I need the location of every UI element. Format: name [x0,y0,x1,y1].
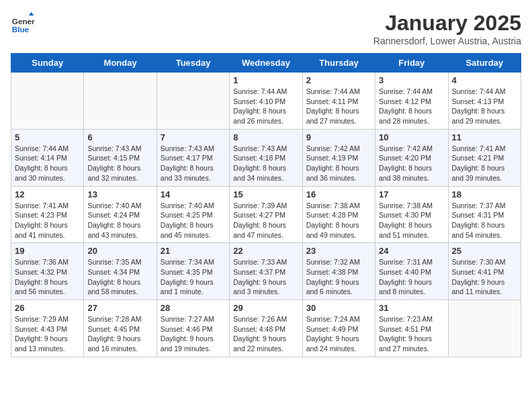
day-number: 7 [161,132,226,142]
day-info: Sunrise: 7:41 AM Sunset: 4:21 PM Dayligh… [452,144,517,183]
weekday-header-row: SundayMondayTuesdayWednesdayThursdayFrid… [11,54,521,73]
calendar-cell: 5Sunrise: 7:44 AM Sunset: 4:14 PM Daylig… [11,129,84,186]
day-number: 15 [233,189,298,199]
calendar-week-row: 1Sunrise: 7:44 AM Sunset: 4:10 PM Daylig… [11,73,521,130]
day-info: Sunrise: 7:36 AM Sunset: 4:32 PM Dayligh… [15,257,80,297]
calendar-cell: 8Sunrise: 7:43 AM Sunset: 4:18 PM Daylig… [230,129,302,186]
day-info: Sunrise: 7:43 AM Sunset: 4:18 PM Dayligh… [233,144,298,183]
day-info: Sunrise: 7:27 AM Sunset: 4:46 PM Dayligh… [161,314,226,354]
day-info: Sunrise: 7:40 AM Sunset: 4:25 PM Dayligh… [161,201,226,240]
weekday-header: Monday [84,54,157,73]
weekday-header: Saturday [448,54,521,73]
calendar-cell: 26Sunrise: 7:29 AM Sunset: 4:43 PM Dayli… [11,300,84,357]
day-info: Sunrise: 7:39 AM Sunset: 4:27 PM Dayligh… [233,201,298,240]
day-info: Sunrise: 7:37 AM Sunset: 4:31 PM Dayligh… [452,201,517,240]
calendar-cell: 20Sunrise: 7:35 AM Sunset: 4:34 PM Dayli… [84,243,157,300]
day-number: 14 [161,189,226,199]
calendar-cell: 2Sunrise: 7:44 AM Sunset: 4:11 PM Daylig… [302,73,375,130]
month-title: January 2025 [373,11,521,36]
calendar-cell: 18Sunrise: 7:37 AM Sunset: 4:31 PM Dayli… [448,186,521,243]
day-number: 26 [15,303,80,313]
calendar-cell: 6Sunrise: 7:43 AM Sunset: 4:15 PM Daylig… [84,129,157,186]
weekday-header: Friday [375,54,448,73]
day-info: Sunrise: 7:28 AM Sunset: 4:45 PM Dayligh… [87,314,152,354]
day-info: Sunrise: 7:42 AM Sunset: 4:20 PM Dayligh… [379,144,444,183]
day-info: Sunrise: 7:44 AM Sunset: 4:10 PM Dayligh… [233,87,298,126]
day-number: 17 [379,189,444,199]
logo-icon: General Blue [11,11,35,35]
day-number: 11 [452,132,517,142]
day-info: Sunrise: 7:44 AM Sunset: 4:13 PM Dayligh… [452,87,517,126]
day-number: 27 [87,303,152,313]
svg-marker-2 [29,12,34,15]
day-info: Sunrise: 7:32 AM Sunset: 4:38 PM Dayligh… [306,257,371,297]
day-info: Sunrise: 7:29 AM Sunset: 4:43 PM Dayligh… [15,314,80,354]
calendar-cell: 9Sunrise: 7:42 AM Sunset: 4:19 PM Daylig… [302,129,375,186]
calendar-cell: 4Sunrise: 7:44 AM Sunset: 4:13 PM Daylig… [448,73,521,130]
header: General Blue January 2025 Rannersdorf, L… [11,11,521,46]
calendar-cell: 11Sunrise: 7:41 AM Sunset: 4:21 PM Dayli… [448,129,521,186]
calendar-cell: 31Sunrise: 7:23 AM Sunset: 4:51 PM Dayli… [375,300,448,357]
logo: General Blue [11,11,35,35]
day-number: 4 [452,75,517,85]
day-info: Sunrise: 7:38 AM Sunset: 4:30 PM Dayligh… [379,201,444,240]
calendar-cell: 17Sunrise: 7:38 AM Sunset: 4:30 PM Dayli… [375,186,448,243]
location-subtitle: Rannersdorf, Lower Austria, Austria [373,36,521,46]
calendar-cell: 30Sunrise: 7:24 AM Sunset: 4:49 PM Dayli… [302,300,375,357]
svg-text:Blue: Blue [12,25,30,34]
calendar-cell: 1Sunrise: 7:44 AM Sunset: 4:10 PM Daylig… [230,73,302,130]
weekday-header: Wednesday [230,54,302,73]
day-number: 25 [452,246,517,256]
day-number: 6 [87,132,152,142]
calendar-cell [157,73,229,130]
day-number: 21 [161,246,226,256]
title-section: January 2025 Rannersdorf, Lower Austria,… [373,11,521,46]
day-number: 22 [233,246,298,256]
calendar-week-row: 5Sunrise: 7:44 AM Sunset: 4:14 PM Daylig… [11,129,521,186]
day-info: Sunrise: 7:40 AM Sunset: 4:24 PM Dayligh… [87,201,152,240]
calendar: SundayMondayTuesdayWednesdayThursdayFrid… [11,53,521,357]
calendar-cell: 29Sunrise: 7:26 AM Sunset: 4:48 PM Dayli… [230,300,302,357]
weekday-header: Thursday [302,54,375,73]
calendar-cell: 27Sunrise: 7:28 AM Sunset: 4:45 PM Dayli… [84,300,157,357]
calendar-cell: 23Sunrise: 7:32 AM Sunset: 4:38 PM Dayli… [302,243,375,300]
calendar-cell: 15Sunrise: 7:39 AM Sunset: 4:27 PM Dayli… [230,186,302,243]
weekday-header: Sunday [11,54,84,73]
day-info: Sunrise: 7:35 AM Sunset: 4:34 PM Dayligh… [87,257,152,297]
calendar-cell: 3Sunrise: 7:44 AM Sunset: 4:12 PM Daylig… [375,73,448,130]
day-number: 9 [306,132,371,142]
day-number: 8 [233,132,298,142]
day-number: 10 [379,132,444,142]
day-info: Sunrise: 7:33 AM Sunset: 4:37 PM Dayligh… [233,257,298,297]
day-number: 3 [379,75,444,85]
calendar-cell: 12Sunrise: 7:41 AM Sunset: 4:23 PM Dayli… [11,186,84,243]
weekday-header: Tuesday [157,54,229,73]
calendar-cell: 24Sunrise: 7:31 AM Sunset: 4:40 PM Dayli… [375,243,448,300]
calendar-cell [11,73,84,130]
day-info: Sunrise: 7:38 AM Sunset: 4:28 PM Dayligh… [306,201,371,240]
day-info: Sunrise: 7:30 AM Sunset: 4:41 PM Dayligh… [452,257,517,297]
calendar-cell: 10Sunrise: 7:42 AM Sunset: 4:20 PM Dayli… [375,129,448,186]
calendar-cell: 25Sunrise: 7:30 AM Sunset: 4:41 PM Dayli… [448,243,521,300]
day-info: Sunrise: 7:34 AM Sunset: 4:35 PM Dayligh… [161,257,226,297]
day-number: 2 [306,75,371,85]
day-number: 5 [15,132,80,142]
calendar-cell: 28Sunrise: 7:27 AM Sunset: 4:46 PM Dayli… [157,300,229,357]
day-number: 16 [306,189,371,199]
calendar-cell: 19Sunrise: 7:36 AM Sunset: 4:32 PM Dayli… [11,243,84,300]
calendar-cell: 16Sunrise: 7:38 AM Sunset: 4:28 PM Dayli… [302,186,375,243]
day-info: Sunrise: 7:23 AM Sunset: 4:51 PM Dayligh… [379,314,444,354]
day-info: Sunrise: 7:42 AM Sunset: 4:19 PM Dayligh… [306,144,371,183]
day-number: 23 [306,246,371,256]
calendar-week-row: 26Sunrise: 7:29 AM Sunset: 4:43 PM Dayli… [11,300,521,357]
day-number: 29 [233,303,298,313]
calendar-week-row: 12Sunrise: 7:41 AM Sunset: 4:23 PM Dayli… [11,186,521,243]
calendar-cell: 14Sunrise: 7:40 AM Sunset: 4:25 PM Dayli… [157,186,229,243]
day-info: Sunrise: 7:43 AM Sunset: 4:15 PM Dayligh… [87,144,152,183]
day-number: 28 [161,303,226,313]
day-number: 1 [233,75,298,85]
calendar-cell: 21Sunrise: 7:34 AM Sunset: 4:35 PM Dayli… [157,243,229,300]
day-number: 30 [306,303,371,313]
day-number: 20 [87,246,152,256]
calendar-cell [84,73,157,130]
